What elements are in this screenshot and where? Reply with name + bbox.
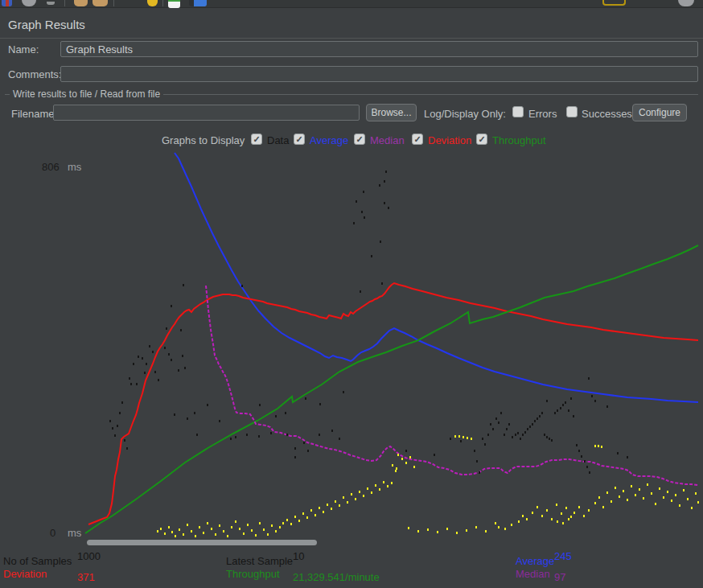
series-median: [206, 286, 698, 485]
deviation-value: 371: [77, 571, 95, 583]
no-of-samples-label: No of Samples: [3, 555, 72, 567]
name-input[interactable]: [60, 41, 698, 57]
new-doc-icon[interactable]: [168, 0, 180, 8]
new-plan-icon[interactable]: [2, 0, 12, 6]
throughput-value: 21,329.541/minute: [293, 571, 380, 583]
display-checkbox-deviation[interactable]: ✓: [412, 134, 423, 145]
average-label: Average: [516, 555, 554, 567]
latest-sample-label: Latest Sample: [226, 555, 293, 567]
redo-icon[interactable]: [92, 0, 108, 6]
save-icon[interactable]: [47, 2, 55, 5]
help-icon[interactable]: [678, 0, 694, 6]
comments-input[interactable]: [60, 66, 698, 82]
throughput-label: Throughput: [226, 568, 280, 580]
errors-checkbox[interactable]: [512, 106, 524, 117]
browse-button[interactable]: Browse...: [366, 104, 417, 121]
header-divider: [0, 38, 703, 39]
no-of-samples-value: 1000: [77, 550, 101, 562]
filename-label: Filename: [11, 108, 54, 120]
display-checkbox-data[interactable]: ✓: [251, 134, 262, 145]
y-axis-unit-top: ms: [68, 161, 81, 173]
display-checkbox-average[interactable]: ✓: [294, 134, 305, 145]
toolbar-divider: [64, 0, 65, 6]
toolbar-divider: [113, 0, 114, 6]
templates-icon[interactable]: [22, 0, 36, 6]
filename-input[interactable]: [53, 105, 360, 121]
median-value: 97: [554, 571, 565, 583]
clipboard-icon[interactable]: [189, 0, 207, 6]
deviation-label: Deviation: [3, 568, 47, 580]
display-checkbox-label-median[interactable]: Median: [370, 134, 405, 146]
series-throughput: [85, 245, 698, 533]
log-display-label: Log/Display Only:: [424, 108, 506, 120]
display-checkbox-throughput[interactable]: ✓: [476, 134, 487, 145]
name-label: Name:: [8, 43, 39, 56]
file-group-title: Write results to file / Read from file: [10, 88, 163, 100]
series-data: [109, 171, 628, 474]
display-checkbox-label-deviation[interactable]: Deviation: [428, 134, 471, 146]
average-value: 245: [554, 550, 572, 562]
successes-checkbox-label[interactable]: Successes: [582, 108, 632, 120]
errors-checkbox-label[interactable]: Errors: [528, 108, 557, 120]
display-checkbox-label-average[interactable]: Average: [310, 134, 348, 146]
successes-checkbox[interactable]: [566, 106, 578, 117]
display-checkbox-label-data[interactable]: Data: [267, 134, 289, 146]
configure-button[interactable]: Configure: [632, 104, 687, 121]
y-axis-unit-bottom: ms: [68, 527, 81, 539]
latest-sample-value: 10: [293, 550, 304, 562]
comments-label: Comments:: [8, 68, 61, 80]
series-data-yellow-: [157, 435, 699, 537]
start-icon[interactable]: [147, 0, 158, 6]
y-axis-min-label: 0: [50, 527, 56, 539]
toolbar: [0, 0, 703, 8]
display-checkbox-median[interactable]: ✓: [354, 134, 365, 145]
series-average: [175, 153, 698, 402]
series-deviation: [88, 283, 698, 524]
toolbar-divider: [162, 0, 163, 6]
graphs-to-display-label: Graphs to Display: [162, 134, 245, 146]
y-axis-max-label: 806: [42, 161, 60, 173]
median-label: Median: [516, 568, 550, 580]
graph-scrollbar[interactable]: [87, 540, 317, 545]
page-title: Graph Results: [8, 18, 85, 31]
undo-icon[interactable]: [74, 0, 88, 6]
display-checkbox-label-throughput[interactable]: Throughput: [492, 134, 546, 146]
timer-icon[interactable]: [602, 0, 626, 6]
